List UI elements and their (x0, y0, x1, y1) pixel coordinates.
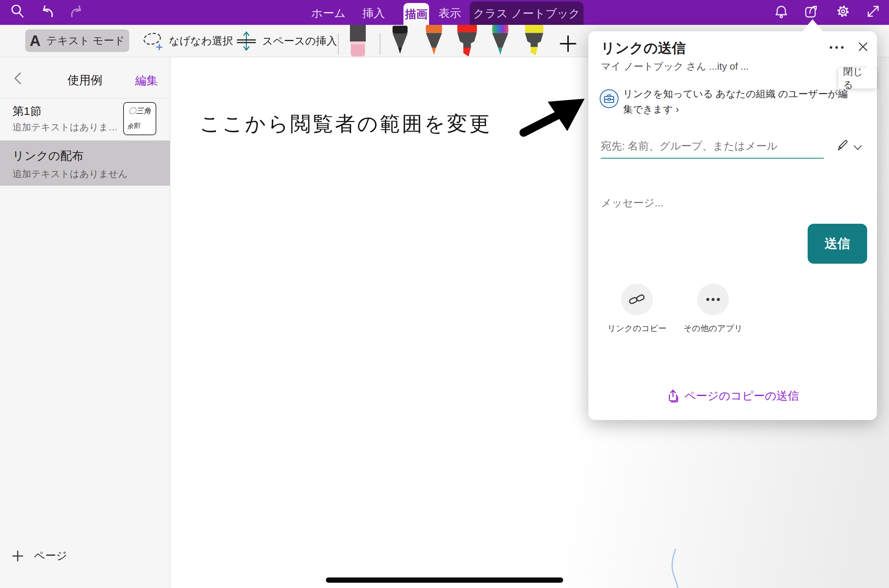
text-mode-button[interactable]: A テキスト モード (25, 29, 129, 52)
redo-icon[interactable] (69, 4, 85, 20)
page-list-item[interactable]: 第1節 追加テキストはありま… 〇三角 余割 (0, 98, 170, 141)
edit-pencil-icon[interactable] (836, 138, 850, 153)
more-options-icon[interactable] (828, 45, 845, 50)
pen-orange[interactable] (423, 25, 444, 57)
chevron-down-icon[interactable] (853, 143, 863, 153)
page-list-sidebar: 使用例 編集 第1節 追加テキストはありま… 〇三角 余割 リンクの配布 追加テ… (0, 57, 170, 588)
tab-view[interactable]: 表示 (433, 0, 466, 25)
page-thumbnail: 〇三角 余割 (123, 102, 156, 135)
insert-space-button[interactable]: スペースの挿入 (236, 25, 337, 57)
close-tooltip: 閉じる (839, 68, 877, 89)
add-pen-button[interactable] (558, 34, 578, 53)
add-page-label: ページ (34, 548, 67, 564)
page-subtitle: 追加テキストはありません (12, 168, 128, 180)
send-page-copy-button[interactable]: ページのコピーの送信 (588, 388, 877, 404)
text-mode-label: テキスト モード (47, 34, 125, 48)
send-link-dialog: リンクの送信 マイ ノートブック さん ...ity of ... 閉じる リン… (588, 31, 877, 420)
tab-class-notebook[interactable]: クラス ノートブック (470, 2, 584, 25)
lasso-label: なげなわ選択 (169, 34, 233, 48)
send-page-copy-label: ページのコピーの送信 (684, 388, 799, 404)
tab-insert[interactable]: 挿入 (357, 0, 390, 25)
edit-button[interactable]: 編集 (135, 73, 158, 89)
briefcase-icon (603, 93, 615, 105)
more-apps-label: その他のアプリ (680, 323, 747, 334)
ellipsis-icon (704, 296, 722, 303)
page-list-item-selected[interactable]: リンクの配布 追加テキストはありません (0, 141, 170, 186)
copy-link-label: リンクのコピー (603, 323, 671, 334)
notifications-bell-icon[interactable] (773, 3, 790, 20)
plus-icon (11, 550, 24, 562)
insert-space-icon (236, 31, 257, 52)
eraser-tool[interactable] (349, 25, 367, 57)
highlighter-yellow[interactable] (524, 25, 545, 57)
insert-space-label: スペースの挿入 (262, 34, 337, 48)
copy-link-button[interactable] (621, 284, 653, 315)
text-mode-a-icon: A (30, 32, 41, 49)
lasso-icon (142, 31, 163, 52)
tab-draw[interactable]: 描画 (403, 3, 429, 25)
lasso-select-button[interactable]: なげなわ選択 (142, 25, 233, 57)
link-permission-text[interactable]: リンクを知っている あなたの組織 のユーザーが編集できます › (623, 86, 856, 117)
send-button[interactable]: 送信 (808, 224, 867, 264)
search-icon[interactable] (10, 4, 25, 19)
share-icon[interactable] (804, 3, 820, 20)
annotation-arrow (524, 99, 585, 133)
link-icon (628, 292, 646, 307)
tab-home[interactable]: ホーム (306, 0, 351, 25)
pen-rainbow[interactable] (490, 25, 511, 57)
page-title: 第1節 (12, 104, 41, 119)
notebook-subtitle: マイ ノートブック さん ...ity of ... (601, 60, 749, 73)
home-indicator[interactable] (326, 577, 563, 583)
top-app-bar: ホーム 挿入 描画 表示 クラス ノートブック (0, 0, 889, 25)
settings-gear-icon[interactable] (835, 3, 851, 20)
more-apps-button[interactable] (697, 284, 729, 315)
close-icon[interactable] (857, 40, 869, 53)
blue-ink-stroke (672, 549, 678, 588)
recipients-input[interactable] (601, 134, 824, 159)
dialog-title: リンクの送信 (601, 39, 686, 58)
add-page-button[interactable]: ページ (11, 548, 67, 564)
undo-icon[interactable] (39, 4, 55, 20)
thumbnail-handwriting: 余割 (127, 121, 140, 131)
page-title: リンクの配布 (12, 148, 84, 164)
highlighter-red[interactable] (456, 25, 478, 57)
link-permission-button[interactable] (600, 89, 619, 108)
message-input[interactable] (601, 194, 827, 212)
page-subtitle: 追加テキストはありま… (12, 121, 118, 133)
toolbar-divider (338, 33, 339, 55)
toolbar-divider (380, 33, 380, 55)
pen-black[interactable] (390, 25, 410, 57)
thumbnail-handwriting: 〇三角 (124, 106, 156, 116)
fullscreen-expand-icon[interactable] (865, 3, 881, 20)
share-upload-icon (666, 389, 680, 403)
